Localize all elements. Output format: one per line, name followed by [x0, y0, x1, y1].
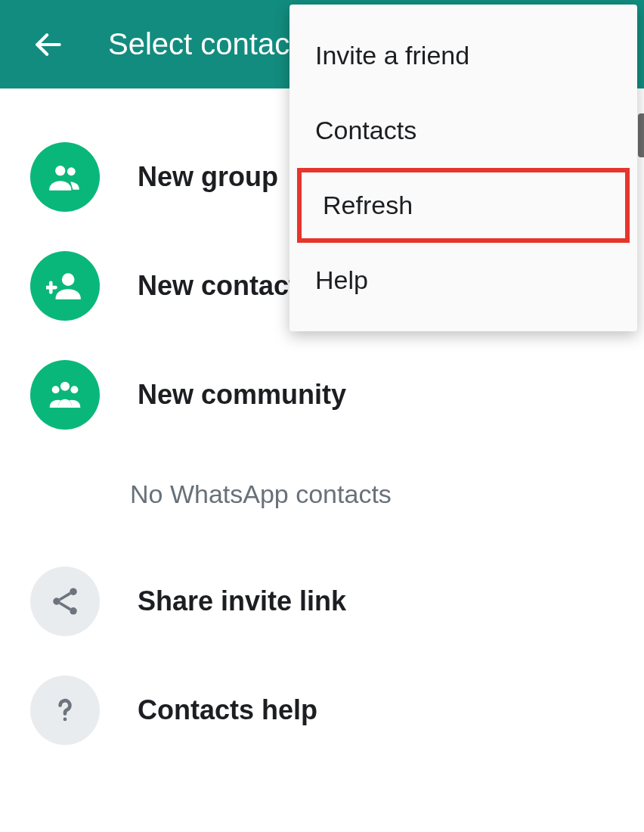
svg-point-8	[70, 386, 78, 393]
share-invite-label: Share invite link	[138, 585, 346, 617]
menu-item-help[interactable]: Help	[289, 243, 637, 318]
add-contact-icon	[30, 251, 100, 321]
svg-line-12	[60, 593, 70, 599]
empty-state-text: No WhatsApp contacts	[0, 449, 644, 547]
new-community-label: New community	[138, 379, 346, 411]
menu-item-refresh[interactable]: Refresh	[297, 168, 630, 243]
svg-point-7	[52, 386, 60, 393]
svg-point-14	[63, 718, 67, 722]
menu-item-contacts[interactable]: Contacts	[289, 93, 637, 168]
contacts-help-label: Contacts help	[138, 694, 317, 726]
page-title: Select contact	[108, 27, 298, 61]
svg-point-1	[55, 166, 65, 175]
new-group-label: New group	[138, 161, 278, 193]
overflow-menu: Invite a friend Contacts Refresh Help	[289, 5, 637, 331]
scroll-indicator	[638, 113, 644, 157]
svg-point-11	[70, 607, 77, 615]
contacts-help-row[interactable]: Contacts help	[0, 656, 644, 765]
share-invite-row[interactable]: Share invite link	[0, 547, 644, 656]
svg-line-13	[60, 603, 70, 609]
back-button[interactable]	[30, 26, 67, 63]
svg-point-10	[53, 598, 60, 605]
new-contact-label: New contact	[138, 270, 298, 302]
svg-point-3	[62, 273, 75, 286]
svg-point-6	[60, 382, 70, 391]
help-icon	[30, 675, 100, 745]
group-icon	[30, 142, 100, 212]
menu-item-invite[interactable]: Invite a friend	[289, 18, 637, 93]
share-icon	[30, 567, 100, 636]
new-community-row[interactable]: New community	[0, 340, 644, 449]
svg-point-2	[67, 167, 76, 175]
arrow-left-icon	[32, 28, 65, 61]
svg-point-9	[70, 588, 77, 595]
community-icon	[30, 360, 100, 430]
